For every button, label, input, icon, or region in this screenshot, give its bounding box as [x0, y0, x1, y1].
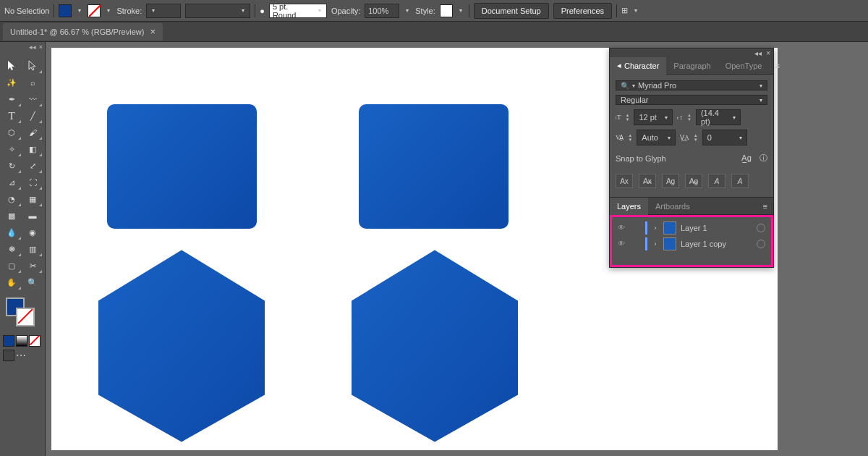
leading-stepper[interactable]: ▲▼ [687, 113, 692, 122]
snap-baseline-button[interactable]: Ax [616, 174, 633, 188]
style-swatch[interactable] [440, 4, 453, 17]
stroke-swatch[interactable] [88, 4, 101, 17]
vsp-field[interactable] [185, 4, 250, 18]
selection-tool[interactable] [1, 58, 22, 74]
eyedropper-tool[interactable]: 💧 [1, 224, 22, 240]
visibility-icon[interactable] [618, 239, 628, 249]
snap-glyph-button[interactable]: Ag [662, 174, 679, 188]
zoom-tool[interactable]: 🔍 [22, 274, 43, 290]
collapse-panels-icon[interactable]: ◂◂ [754, 49, 762, 57]
snap-ag-icon[interactable]: A̲g [741, 153, 752, 162]
canvas-area[interactable]: ◂◂ × ◂Character Paragraph OpenType ≡ ▾ M… [46, 42, 868, 456]
close-icon[interactable]: × [39, 43, 43, 51]
color-mode[interactable] [3, 335, 14, 347]
fill-stroke-swatches[interactable] [3, 297, 42, 329]
rounded-rect-shape[interactable] [359, 104, 509, 229]
hexagon-shape[interactable] [91, 245, 272, 447]
layer-row[interactable]: › Layer 1 [615, 220, 768, 236]
stroke-color[interactable] [16, 308, 35, 326]
size-stepper[interactable]: ▲▼ [626, 113, 630, 122]
none-mode[interactable] [29, 335, 41, 347]
close-tab-icon[interactable]: × [150, 26, 156, 37]
tracking-stepper[interactable]: ▲▼ [694, 133, 698, 142]
target-icon[interactable] [757, 240, 765, 248]
opacity-field[interactable]: 100% [365, 4, 399, 18]
perspective-tool[interactable]: ▦ [22, 191, 43, 207]
snap-glyph2-button[interactable]: Ag [685, 174, 702, 188]
stroke-weight-field[interactable] [146, 4, 181, 18]
mesh-tool[interactable]: ▩ [1, 208, 22, 224]
brush-field[interactable]: 5 pt. Round [269, 4, 327, 18]
snap-xheight-button[interactable]: Ax [639, 174, 656, 188]
document-setup-button[interactable]: Document Setup [474, 3, 549, 19]
shape-builder-tool[interactable]: ◔ [1, 191, 22, 207]
chevron-down-icon[interactable]: ▾ [760, 97, 762, 104]
rectangle-tool[interactable]: ⬡ [1, 124, 22, 140]
lasso-tool[interactable]: ⌕ [22, 75, 43, 90]
snap-info-icon[interactable]: ⓘ [760, 153, 767, 162]
hexagon-shape[interactable] [344, 245, 525, 447]
panel-menu-icon[interactable]: ≡ [769, 62, 785, 70]
artboard-tool[interactable]: ▢ [1, 258, 22, 274]
chevron-down-icon[interactable]: ▾ [760, 83, 762, 89]
paintbrush-tool[interactable]: 🖌 [22, 124, 43, 140]
shaper-tool[interactable]: ✧ [1, 141, 22, 157]
layer-row[interactable]: › Layer 1 copy [615, 236, 768, 252]
target-icon[interactable] [757, 224, 765, 232]
type-tool[interactable]: T [1, 108, 22, 124]
snap-angular-button[interactable]: A [708, 174, 726, 188]
width-tool[interactable]: ⊿ [1, 174, 22, 190]
font-family-field[interactable]: ▾ Myriad Pro ▾ [616, 80, 767, 90]
symbol-sprayer-tool[interactable]: ❋ [1, 241, 22, 257]
fill-dropdown[interactable] [76, 5, 83, 17]
slice-tool[interactable]: ✂ [22, 258, 43, 274]
leading-field[interactable]: (14.4 pt)▾ [696, 109, 741, 125]
magic-wand-tool[interactable]: ✨ [1, 75, 22, 90]
font-style-field[interactable]: Regular ▾ [616, 95, 767, 105]
font-family-value: Myriad Pro [638, 81, 676, 90]
expand-arrow[interactable]: › [652, 240, 659, 248]
gradient-mode[interactable] [16, 335, 27, 347]
snap-angular2-button[interactable]: A [731, 174, 749, 188]
hand-tool[interactable]: ✋ [1, 274, 22, 290]
edit-toolbar[interactable]: ⋯ [16, 350, 26, 361]
free-transform-tool[interactable]: ⛶ [22, 174, 43, 190]
draw-normal[interactable] [3, 350, 14, 361]
kerning-field[interactable]: Auto▾ [637, 130, 676, 145]
layer-name[interactable]: Layer 1 [681, 224, 752, 232]
align-icon[interactable]: ⊞ [621, 6, 628, 15]
curvature-tool[interactable]: 〰 [22, 91, 43, 107]
layer-thumbnail [663, 221, 676, 235]
style-dropdown[interactable] [457, 5, 464, 17]
close-panels-icon[interactable]: × [766, 49, 770, 57]
tab-artboards[interactable]: Artboards [648, 198, 697, 215]
line-tool[interactable]: ╱ [22, 108, 43, 124]
rotate-tool[interactable]: ↻ [1, 158, 22, 174]
expand-arrow[interactable]: › [652, 224, 659, 232]
tab-character[interactable]: ◂Character [610, 57, 666, 75]
visibility-icon[interactable] [618, 223, 628, 233]
tab-paragraph[interactable]: Paragraph [666, 57, 718, 75]
opacity-more[interactable] [404, 5, 411, 17]
tab-opentype[interactable]: OpenType [718, 57, 770, 75]
rounded-rect-shape[interactable] [107, 104, 257, 229]
fill-swatch[interactable] [59, 4, 72, 17]
tab-layers[interactable]: Layers [610, 198, 648, 215]
eraser-tool[interactable]: ◧ [22, 141, 43, 157]
preferences-button[interactable]: Preferences [553, 3, 612, 19]
align-dropdown[interactable] [632, 5, 639, 17]
layer-name[interactable]: Layer 1 copy [681, 240, 752, 248]
gradient-tool[interactable]: ▬ [22, 208, 43, 224]
stroke-dropdown[interactable] [105, 5, 112, 17]
font-size-field[interactable]: 12 pt▾ [634, 109, 673, 125]
direct-selection-tool[interactable] [22, 58, 43, 74]
graph-tool[interactable]: ▥ [22, 241, 43, 257]
collapse-icon[interactable]: ◂◂ [29, 43, 36, 51]
tracking-field[interactable]: 0▾ [702, 130, 747, 145]
pen-tool[interactable]: ✒ [1, 91, 22, 107]
document-tab[interactable]: Untitled-1* @ 66.67 % (RGB/Preview) × [3, 23, 163, 41]
scale-tool[interactable]: ⤢ [22, 158, 43, 174]
kerning-stepper[interactable]: ▲▼ [628, 133, 632, 142]
blend-tool[interactable]: ◉ [22, 224, 43, 240]
panel-menu-icon[interactable]: ≡ [757, 202, 773, 211]
